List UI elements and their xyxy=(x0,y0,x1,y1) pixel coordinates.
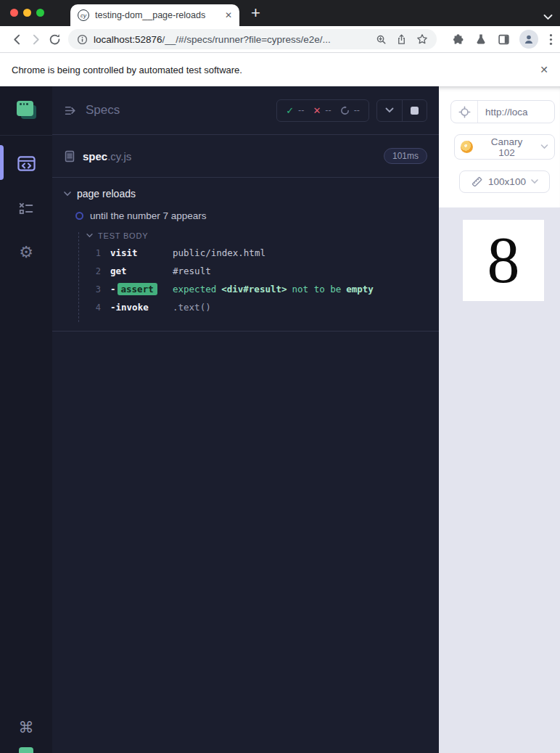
cypress-sidebar: ⚙ ⌘ xyxy=(0,86,52,753)
bookmark-star-icon[interactable] xyxy=(416,33,428,45)
address-bar[interactable]: localhost:52876/__/#/specs/runner?file=c… xyxy=(68,29,437,49)
test-until-number-appears[interactable]: until the number 7 appears xyxy=(75,210,427,222)
site-info-icon[interactable] xyxy=(77,34,88,45)
command-name-text: visit xyxy=(110,247,138,258)
x-icon: ✕ xyxy=(313,105,321,116)
stat-failed: ✕-- xyxy=(313,105,331,116)
automation-banner: Chrome is being controlled by automated … xyxy=(0,53,560,86)
url-path: /__/#/specs/runner?file=cypress/e2e/... xyxy=(162,34,331,45)
test-title: until the number 7 appears xyxy=(90,210,207,221)
keyboard-shortcuts-button[interactable]: ⌘ xyxy=(0,720,52,735)
stat-pending: -- xyxy=(340,105,360,115)
side-panel-icon[interactable] xyxy=(498,33,510,46)
command-name: visit xyxy=(110,247,173,258)
spec-file-row[interactable]: spec.cy.js 101ms xyxy=(52,135,439,178)
stat-passed: ✓-- xyxy=(286,105,304,116)
test-stats[interactable]: ✓-- ✕-- -- xyxy=(276,99,369,122)
check-icon: ✓ xyxy=(286,105,294,116)
close-window-button[interactable] xyxy=(10,9,18,17)
tab-strip: cy testing-dom__page-reloads ✕ + xyxy=(0,0,560,26)
share-icon[interactable] xyxy=(396,34,407,45)
selector-playground-icon[interactable] xyxy=(451,106,477,118)
viewport-size-label: 100x100 xyxy=(488,176,526,187)
reporter-title: Specs xyxy=(86,103,120,118)
assert-msg-element: <div#result> xyxy=(221,284,287,295)
command-name-text: get xyxy=(110,266,127,276)
command-number: 2 xyxy=(86,266,101,276)
aut-url-text: http://loca xyxy=(478,107,528,118)
spec-name-bold: spec xyxy=(83,150,107,162)
profile-avatar[interactable] xyxy=(519,30,538,49)
extensions-puzzle-icon[interactable] xyxy=(452,33,464,46)
command-row-assert[interactable]: 3 -assert expected<div#result>not to bee… xyxy=(86,280,427,298)
back-icon[interactable] xyxy=(7,33,26,46)
command-row-visit[interactable]: 1 visit public/index.html xyxy=(86,244,427,262)
command-args: #result xyxy=(173,266,211,276)
command-name: get xyxy=(110,266,173,276)
gear-icon: ⚙ xyxy=(19,244,33,260)
command-number: 3 xyxy=(86,284,101,295)
maximize-window-button[interactable] xyxy=(36,9,44,17)
command-args: .text() xyxy=(173,302,211,313)
canary-browser-icon xyxy=(461,141,473,153)
command-row-invoke[interactable]: 4 -invoke .text() xyxy=(86,298,427,316)
specs-list-toggle-icon[interactable] xyxy=(64,104,78,118)
assert-badge: assert xyxy=(118,283,157,295)
tab-search-chevron-icon[interactable] xyxy=(543,10,553,23)
browser-selector-label: Canary102 xyxy=(473,136,540,158)
forward-icon[interactable] xyxy=(26,33,45,46)
aut-url-bar[interactable]: http://loca xyxy=(450,100,555,123)
run-controls xyxy=(376,99,427,122)
command-dash: - xyxy=(110,302,116,313)
command-dash: - xyxy=(110,284,116,295)
stat-passed-value: -- xyxy=(298,105,304,115)
banner-close-icon[interactable]: ✕ xyxy=(540,64,548,75)
ruler-icon xyxy=(471,176,483,188)
command-args: public/index.html xyxy=(173,247,265,258)
assert-msg-empty: empty xyxy=(346,284,374,295)
viewport-selector[interactable]: 100x100 xyxy=(459,170,550,193)
command-name: -invoke xyxy=(110,302,173,313)
sidebar-divider xyxy=(0,135,52,136)
new-tab-button[interactable]: + xyxy=(251,1,260,25)
chevron-down-icon xyxy=(86,234,93,238)
flask-icon[interactable] xyxy=(475,33,487,45)
aut-result-number: 8 xyxy=(487,228,520,293)
command-icon: ⌘ xyxy=(19,720,34,735)
suite-title: page reloads xyxy=(77,188,136,199)
stacked-cards-icon xyxy=(15,100,37,120)
menu-dots-icon[interactable] xyxy=(549,33,553,46)
sidebar-item-specs[interactable] xyxy=(0,154,52,173)
browser-selector[interactable]: Canary102 xyxy=(454,134,555,160)
stat-pending-value: -- xyxy=(354,105,360,115)
zoom-icon[interactable] xyxy=(376,34,387,45)
test-running-circle-icon xyxy=(75,212,83,220)
suite-block: page reloads until the number 7 appears … xyxy=(52,178,439,332)
minimize-window-button[interactable] xyxy=(23,9,31,17)
command-number: 4 xyxy=(86,303,101,313)
reporter-header: Specs ✓-- ✕-- -- xyxy=(52,86,439,135)
sidebar-item-settings[interactable]: ⚙ xyxy=(0,244,52,260)
reload-icon[interactable] xyxy=(45,33,64,46)
chevron-down-icon xyxy=(64,192,71,197)
collapse-chevron-button[interactable] xyxy=(377,100,402,121)
sidebar-item-runs[interactable] xyxy=(0,199,52,218)
reporter-panel: Specs ✓-- ✕-- -- xyxy=(52,86,439,753)
url-host: localhost:52876 xyxy=(94,34,162,45)
assert-message: expected<div#result>not to beempty xyxy=(173,284,379,295)
command-row-get[interactable]: 2 get #result xyxy=(86,262,427,280)
spec-file-icon xyxy=(64,150,75,162)
specs-stack-icon[interactable] xyxy=(0,100,52,120)
test-body-toggle[interactable]: TEST BODY xyxy=(86,232,427,244)
stop-button[interactable] xyxy=(402,100,427,121)
browser-tab[interactable]: cy testing-dom__page-reloads ✕ xyxy=(70,4,239,26)
chevron-down-icon xyxy=(531,179,538,184)
running-circle-icon xyxy=(340,106,350,115)
tab-close-icon[interactable]: ✕ xyxy=(225,10,232,20)
suite-page-reloads[interactable]: page reloads xyxy=(64,187,427,200)
cypress-app: ⚙ ⌘ Specs ✓-- ✕-- -- xyxy=(0,86,560,753)
command-name: -assert xyxy=(110,284,173,295)
test-body-block: TEST BODY 1 visit public/index.html 2 ge… xyxy=(78,232,427,322)
aut-viewport: 8 xyxy=(463,220,544,301)
command-number: 1 xyxy=(86,248,101,258)
